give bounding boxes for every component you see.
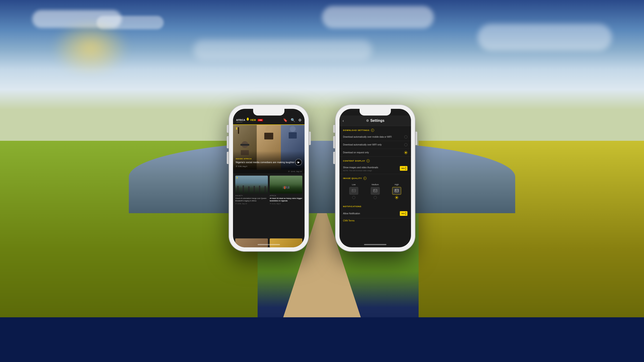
quality-high[interactable]: High bbox=[392, 183, 401, 199]
quality-low-radio[interactable] bbox=[352, 196, 355, 199]
cloud bbox=[478, 24, 612, 51]
phones-container: AFRICA VIEW powered by CNN bbox=[229, 105, 415, 251]
notif-yes-label: YES bbox=[401, 213, 405, 215]
notch bbox=[360, 109, 391, 115]
dot bbox=[406, 167, 406, 168]
dot bbox=[406, 169, 406, 170]
radio-wifi-only[interactable] bbox=[404, 143, 408, 146]
phone2-screen: ‹ ⚙ Settings DOWNLOAD SETTINGS ? Downloa… bbox=[340, 109, 411, 247]
crowd-scene bbox=[270, 186, 302, 193]
quality-medium-radio[interactable] bbox=[374, 196, 377, 199]
search-icon[interactable]: 🔍 bbox=[291, 118, 295, 122]
timestamp2: 13:41, Sep 12 bbox=[291, 170, 302, 173]
power-button bbox=[309, 132, 311, 145]
yes-label: YES bbox=[401, 167, 405, 169]
featured-article: INSIDE AFRICA Nigeria's social media com… bbox=[233, 125, 304, 170]
play-button[interactable]: ▶ bbox=[295, 159, 302, 166]
clock-icon-small: ⏱ bbox=[288, 170, 290, 173]
download-settings-label: DOWNLOAD SETTINGS ? bbox=[340, 126, 411, 133]
settings-header: ‹ ⚙ Settings bbox=[340, 115, 411, 126]
timestamp-bar: ⏱ 13:41, Sep 12 bbox=[233, 170, 304, 173]
notifications-text: NOTIFICATIONS bbox=[343, 205, 361, 208]
featured-overlay: INSIDE AFRICA Nigeria's social media com… bbox=[233, 151, 304, 169]
image-quality-label: IMAGE QUALITY ? bbox=[340, 174, 411, 181]
article2-thumbnail bbox=[270, 176, 302, 194]
settings-title-text: Settings bbox=[370, 119, 384, 123]
person-vest bbox=[284, 186, 285, 189]
head-wrap bbox=[290, 126, 296, 132]
show-images-row: Show images and video thumbnails NOTE: T… bbox=[340, 164, 411, 174]
svg-point-1 bbox=[353, 189, 353, 190]
featured-timestamp: ⏱ 9:06, Aug 6 bbox=[236, 165, 302, 167]
download-option-mobile-wifi[interactable]: Download automatically over mobile data … bbox=[340, 133, 411, 141]
header-icons: 🔖 🔍 ⚙ bbox=[283, 118, 302, 122]
quality-low-thumb bbox=[349, 187, 358, 195]
powered-by: powered by bbox=[236, 121, 256, 123]
logo-text: AFRICA VIEW powered by bbox=[236, 117, 256, 123]
quality-high-radio[interactable] bbox=[395, 196, 398, 199]
help-icon-quality[interactable]: ? bbox=[363, 177, 366, 180]
article2-title: At least 16 dead as heavy rains trigger … bbox=[270, 197, 302, 202]
article1-timestamp: ⏱ 13:56, Sep 10 bbox=[235, 203, 268, 204]
power-button bbox=[416, 132, 417, 145]
bookmark-icon[interactable]: 🔖 bbox=[283, 118, 288, 122]
content-display-label: CONTENT DISPLAY ? bbox=[340, 157, 411, 164]
article1-category: SOCIETY bbox=[235, 195, 268, 196]
download-option-wifi-only[interactable]: Download automatically over WIFI only bbox=[340, 141, 411, 149]
person bbox=[287, 186, 288, 189]
radio-mobile-wifi[interactable] bbox=[404, 135, 408, 139]
quality-medium[interactable]: Medium bbox=[371, 183, 380, 199]
back-button[interactable]: ‹ bbox=[342, 118, 344, 123]
notifications-label: NOTIFICATIONS bbox=[340, 203, 411, 209]
content-section-text: CONTENT DISPLAY bbox=[343, 160, 365, 162]
show-images-toggle[interactable]: YES bbox=[400, 166, 408, 171]
article2-category: AFRICA bbox=[270, 195, 302, 196]
gear-icon: ⚙ bbox=[366, 119, 369, 122]
news-app-screen: AFRICA VIEW powered by CNN bbox=[233, 109, 304, 247]
torso bbox=[264, 133, 273, 139]
image-quality-grid: Low Medium bbox=[340, 181, 411, 203]
settings-icon[interactable]: ⚙ bbox=[298, 118, 302, 122]
svg-point-5 bbox=[396, 189, 396, 190]
quality-high-thumb bbox=[392, 187, 401, 195]
app-logo: AFRICA VIEW powered by CNN bbox=[236, 117, 263, 123]
notification-toggle[interactable]: YES bbox=[400, 211, 408, 216]
head bbox=[266, 126, 272, 132]
dot bbox=[406, 213, 406, 214]
radio-request-only[interactable] bbox=[404, 151, 408, 154]
article1-thumbnail: ⬇ bbox=[235, 176, 268, 194]
crowd bbox=[270, 186, 302, 189]
quality-low[interactable]: Low bbox=[349, 183, 358, 199]
download-option-request[interactable]: Download on request only bbox=[340, 149, 411, 157]
phone-news: AFRICA VIEW powered by CNN bbox=[229, 105, 308, 251]
phone-settings: ‹ ⚙ Settings DOWNLOAD SETTINGS ? Downloa… bbox=[336, 105, 415, 251]
man-figure bbox=[287, 125, 298, 142]
quality-high-label: High bbox=[395, 183, 399, 186]
person bbox=[286, 186, 287, 188]
help-icon[interactable]: ? bbox=[371, 129, 374, 132]
cnn-terms-link[interactable]: CNN Terms bbox=[340, 217, 358, 224]
clock-icon: ⏱ bbox=[236, 165, 238, 167]
news-grid: ⬇ SOCIETY Cloud of colonialism bbox=[233, 173, 304, 238]
sunglasses bbox=[240, 144, 249, 145]
help-icon-content[interactable]: ? bbox=[366, 159, 370, 162]
mute-button bbox=[333, 125, 335, 133]
woman-figure bbox=[262, 125, 276, 142]
phone1-screen: AFRICA VIEW powered by CNN bbox=[233, 109, 304, 247]
download-wifi-only-text: Download automatically over WIFI only bbox=[343, 143, 404, 146]
article1-title: Cloud of colonialism hangs over Queen El… bbox=[235, 197, 268, 202]
news-card-1: ⬇ SOCIETY Cloud of colonialism bbox=[235, 176, 268, 236]
article2-title-strong: At least 16 dead as heavy rains trigger … bbox=[270, 197, 302, 202]
dot bbox=[406, 212, 406, 213]
settings-title: ⚙ Settings bbox=[366, 119, 384, 123]
news-card-2: AFRICA At least 16 dead as heavy rains t… bbox=[270, 176, 302, 236]
show-images-text: Show images and video thumbnails bbox=[343, 166, 400, 169]
toggle-menu-icon bbox=[406, 167, 406, 170]
download-icon: ⬇ bbox=[235, 127, 238, 130]
clock-icon: ⏱ bbox=[235, 203, 237, 204]
download-mobile-wifi-text: Download automatically over mobile data … bbox=[343, 135, 404, 139]
show-images-text-block: Show images and video thumbnails NOTE: T… bbox=[343, 166, 400, 172]
cloud bbox=[193, 40, 372, 60]
torso bbox=[289, 132, 297, 139]
dot bbox=[406, 214, 406, 215]
